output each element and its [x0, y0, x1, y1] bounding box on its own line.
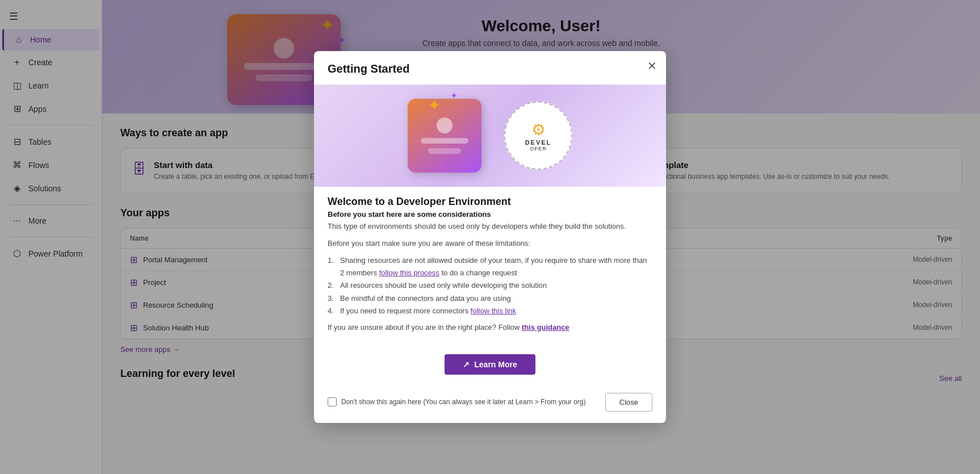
modal-developer-circle: ⚙ DEVEL OPER	[504, 102, 572, 170]
modal-phone-bar-1	[421, 138, 469, 144]
modal-sparkle-big-icon: ✦	[428, 96, 441, 115]
modal-body: Welcome to a Developer Environment Befor…	[314, 196, 666, 354]
modal-phone-bar-2	[428, 148, 462, 154]
learn-more-icon: ↗	[463, 360, 470, 369]
list-item: 4. If you need to request more connector…	[328, 305, 652, 317]
developer-label-2: OPER	[530, 146, 547, 152]
follow-process-link[interactable]: follow this process	[379, 269, 439, 277]
developer-gear-icon: ⚙	[531, 120, 546, 139]
learn-more-label: Learn More	[474, 360, 517, 369]
modal-pre-list: Before you start make sure you are aware…	[328, 238, 652, 249]
dont-show-again-text: Don't show this again here (You can alwa…	[341, 398, 585, 406]
learn-more-button[interactable]: ↗ Learn More	[445, 354, 535, 375]
modal-welcome-title: Welcome to a Developer Environment	[328, 196, 652, 208]
this-guidance-link[interactable]: this guidance	[522, 323, 569, 332]
modal-close-x-button[interactable]: ✕	[647, 59, 657, 73]
modal-sparkle-sm1-icon: ✦	[450, 90, 458, 101]
modal-overlay[interactable]: Getting Started ✕ ✦ ✦ ✦ ⚙ DEVEL OPER Wel…	[0, 0, 980, 474]
close-label: Close	[619, 398, 638, 406]
modal-close-button[interactable]: Close	[605, 393, 652, 412]
getting-started-modal: Getting Started ✕ ✦ ✦ ✦ ⚙ DEVEL OPER Wel…	[314, 51, 666, 422]
modal-title: Getting Started	[314, 51, 666, 75]
modal-actions: ↗ Learn More	[314, 354, 666, 386]
dont-show-again-label[interactable]: Don't show this again here (You can alwa…	[328, 397, 585, 406]
dont-show-again-checkbox[interactable]	[328, 397, 337, 406]
modal-phone-circle	[437, 118, 453, 133]
list-item: 3. Be mindful of the connectors and data…	[328, 292, 652, 305]
modal-description: This type of environments should be used…	[328, 221, 652, 232]
modal-considerations-subtitle: Before you start here are some considera…	[328, 210, 652, 219]
list-item: 1. Sharing resources are not allowed out…	[328, 254, 652, 279]
modal-limitations-list: 1. Sharing resources are not allowed out…	[328, 254, 652, 317]
modal-footer: Don't show this again here (You can alwa…	[314, 386, 666, 423]
modal-hero-image: ✦ ✦ ✦ ⚙ DEVEL OPER	[314, 85, 666, 187]
follow-link[interactable]: follow this link	[471, 307, 516, 315]
list-item: 2. All resources should be used only whi…	[328, 279, 652, 292]
modal-sparkle-sm2-icon: ✦	[445, 161, 451, 170]
modal-guidance-text: If you are unsure about if you are in th…	[328, 323, 652, 332]
developer-label: DEVEL	[525, 139, 552, 146]
